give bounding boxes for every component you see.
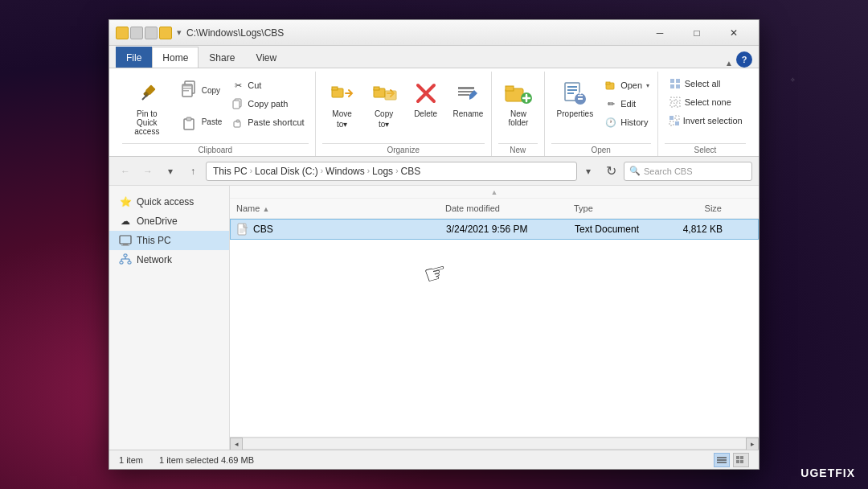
history-button[interactable]: 🕐 History: [600, 113, 653, 131]
paste-icon: [178, 110, 200, 133]
copy-path-icon: [231, 97, 244, 110]
move-to-icon: [328, 79, 357, 108]
tab-file[interactable]: File: [116, 47, 152, 68]
breadcrumb-sep-1: ›: [250, 166, 252, 175]
svg-rect-71: [740, 460, 743, 463]
horizontal-scrollbar[interactable]: ◂ ▸: [230, 437, 759, 450]
svg-rect-13: [236, 120, 240, 122]
col-header-date[interactable]: Date modified: [439, 202, 567, 215]
search-box[interactable]: 🔍 Search CBS: [624, 162, 752, 181]
breadcrumb-sep-4: ›: [395, 166, 398, 175]
large-icons-view-button[interactable]: [733, 453, 749, 467]
sidebar-item-network[interactable]: Network: [109, 250, 229, 269]
delete-label: Delete: [414, 109, 437, 118]
svg-rect-30: [567, 86, 577, 88]
invert-selection-button[interactable]: Invert selection: [665, 112, 746, 129]
select-all-button[interactable]: Select all: [665, 75, 746, 92]
properties-button[interactable]: Properties: [551, 75, 600, 122]
table-row[interactable]: CBS 3/24/2021 9:56 PM Text Document 4,81…: [230, 219, 759, 240]
svg-rect-23: [458, 94, 469, 96]
titlebar-icon-3: [159, 27, 172, 39]
ribbon-tabs: File Home Share View ▲ ?: [109, 46, 759, 68]
select-group-label: Select: [665, 143, 746, 156]
copy-to-button[interactable]: Copy to▾: [364, 75, 404, 133]
watermark: UGETFIX: [800, 466, 855, 479]
new-folder-label: Newfolder: [508, 109, 528, 127]
open-button[interactable]: Open ▾: [600, 76, 653, 94]
tab-home[interactable]: Home: [152, 47, 199, 68]
address-dropdown-button[interactable]: ▾: [579, 162, 598, 181]
move-to-button[interactable]: Move to▾: [322, 75, 362, 133]
help-button[interactable]: ?: [736, 51, 752, 68]
ribbon-group-organize: Move to▾: [316, 72, 492, 156]
scroll-track[interactable]: [243, 438, 746, 450]
breadcrumb-local-disk[interactable]: Local Disk (C:): [255, 166, 318, 177]
svg-rect-9: [186, 117, 191, 121]
paste-label: Paste: [202, 117, 223, 126]
paste-button[interactable]: Paste: [174, 106, 227, 137]
copy-path-button[interactable]: Copy path: [227, 95, 308, 113]
rename-label: Rename: [453, 109, 484, 118]
maximize-button[interactable]: □: [678, 20, 715, 46]
tab-view[interactable]: View: [245, 47, 287, 68]
ribbon-group-select: Select all Select none: [658, 72, 752, 156]
col-header-size[interactable]: Size: [664, 202, 728, 215]
delete-button[interactable]: Delete: [406, 75, 446, 122]
select-none-label: Select none: [685, 97, 731, 107]
svg-rect-42: [676, 84, 680, 88]
pin-to-quick-access-button[interactable]: Pin to Quickaccess: [122, 75, 172, 140]
sort-arrow-name: ▲: [262, 205, 269, 213]
paste-shortcut-button[interactable]: Paste shortcut: [227, 113, 308, 131]
sidebar-item-this-pc[interactable]: This PC: [109, 231, 229, 250]
details-view-button[interactable]: [714, 453, 730, 467]
tab-share[interactable]: Share: [199, 47, 245, 68]
sidebar-item-onedrive[interactable]: ☁ OneDrive: [109, 212, 229, 231]
scroll-right-button[interactable]: ▸: [746, 438, 759, 450]
open-buttons: Properties Open ▾: [551, 72, 651, 143]
new-folder-button[interactable]: Newfolder: [498, 75, 538, 131]
recent-locations-button[interactable]: ▾: [161, 162, 180, 181]
svg-rect-44: [676, 97, 680, 101]
copy-to-label: Copy: [375, 109, 393, 118]
svg-rect-35: [578, 95, 583, 97]
cut-button[interactable]: ✂ Cut: [227, 76, 308, 94]
refresh-button[interactable]: ↻: [601, 162, 620, 181]
breadcrumb-cbs[interactable]: CBS: [400, 166, 420, 177]
breadcrumb-logs[interactable]: Logs: [372, 166, 393, 177]
col-header-name[interactable]: Name ▲: [230, 202, 439, 215]
network-icon: [119, 253, 132, 266]
paste-shortcut-label: Paste shortcut: [248, 117, 304, 127]
sidebar-item-quick-access[interactable]: ⭐ Quick access: [109, 192, 229, 212]
copy-icon: [178, 79, 200, 101]
select-none-icon: [669, 96, 682, 109]
svg-rect-21: [458, 87, 474, 89]
forward-button[interactable]: →: [138, 162, 158, 181]
minimize-button[interactable]: ─: [641, 20, 678, 46]
statusbar: 1 item 1 item selected 4.69 MB: [109, 450, 759, 469]
breadcrumb-windows[interactable]: Windows: [326, 166, 365, 177]
svg-rect-7: [183, 90, 189, 92]
svg-rect-54: [124, 254, 127, 257]
move-to-label: Move: [332, 109, 351, 118]
col-header-type[interactable]: Type: [567, 202, 664, 215]
select-none-button[interactable]: Select none: [665, 93, 746, 111]
rename-button[interactable]: Rename: [448, 75, 489, 122]
sidebar: ⭐ Quick access ☁ OneDrive This PC: [109, 186, 230, 450]
svg-rect-39: [670, 79, 674, 83]
select-all-icon: [669, 77, 682, 90]
address-bar[interactable]: This PC › Local Disk (C:) › Windows › Lo…: [206, 162, 577, 181]
scroll-left-button[interactable]: ◂: [230, 438, 243, 450]
up-button[interactable]: ↑: [183, 162, 203, 181]
svg-rect-43: [670, 97, 674, 101]
file-type-cell: Text Document: [568, 222, 665, 236]
properties-label: Properties: [557, 109, 594, 118]
edit-label: Edit: [620, 99, 636, 109]
organize-buttons: Move to▾: [322, 72, 485, 143]
edit-button[interactable]: ✏ Edit: [600, 95, 653, 113]
svg-rect-51: [120, 236, 131, 244]
breadcrumb-this-pc[interactable]: This PC: [213, 166, 248, 177]
close-button[interactable]: ✕: [715, 20, 752, 46]
back-button[interactable]: ←: [116, 162, 135, 181]
copy-button[interactable]: Copy: [174, 75, 227, 105]
ribbon-collapse-arrow[interactable]: ▲: [725, 59, 733, 68]
